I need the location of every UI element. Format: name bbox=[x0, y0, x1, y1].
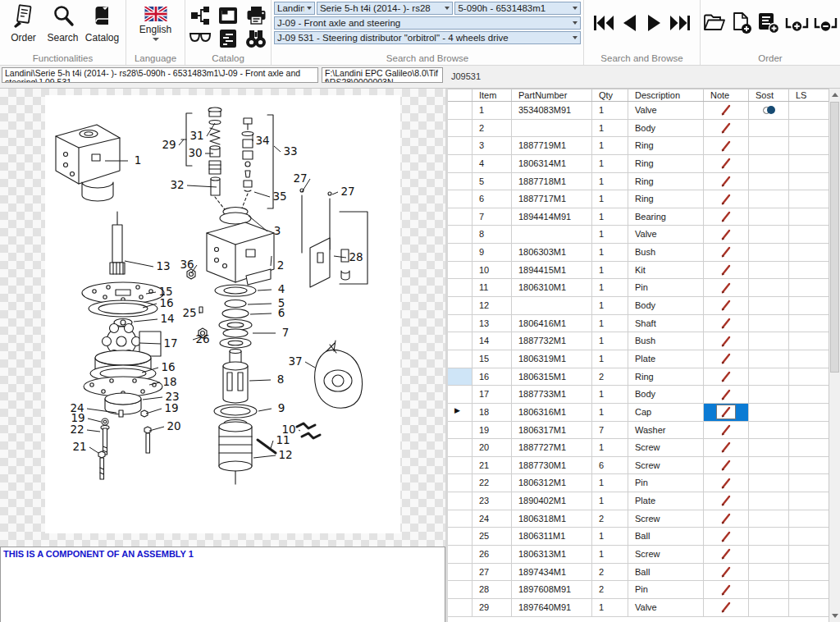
cell-qty[interactable]: 1 bbox=[592, 315, 628, 332]
cell-ls[interactable] bbox=[789, 457, 829, 474]
cell-item[interactable]: 29 bbox=[472, 599, 512, 616]
part-callout[interactable]: 14 bbox=[160, 312, 174, 325]
cell-note[interactable] bbox=[704, 404, 749, 421]
part-callout[interactable]: 25 bbox=[182, 306, 196, 319]
table-row[interactable]: 251806311M11Ball bbox=[448, 528, 840, 546]
cell-ls[interactable] bbox=[789, 404, 829, 421]
cell-description[interactable]: Ring bbox=[628, 173, 704, 190]
part-callout[interactable]: 3 bbox=[274, 224, 281, 237]
cell-ls[interactable] bbox=[789, 350, 829, 368]
cell-item[interactable]: 24 bbox=[472, 510, 512, 528]
cell-sost[interactable] bbox=[749, 350, 789, 368]
cell-note[interactable] bbox=[704, 173, 749, 190]
cell-ls[interactable] bbox=[789, 439, 829, 456]
row-selector[interactable] bbox=[448, 599, 472, 616]
cell-qty[interactable]: 6 bbox=[592, 457, 628, 474]
table-row[interactable]: 241806318M12Screw bbox=[448, 510, 840, 528]
cell-description[interactable]: Pin bbox=[628, 581, 704, 598]
cell-item[interactable]: 28 bbox=[472, 581, 512, 598]
cell-partnumber[interactable]: 1894414M91 bbox=[512, 208, 592, 226]
part-callout[interactable]: 11 bbox=[276, 433, 290, 446]
cell-partnumber[interactable]: 1887727M1 bbox=[512, 439, 592, 456]
cell-partnumber[interactable]: 1806317M1 bbox=[512, 422, 592, 439]
part-callout[interactable]: 7 bbox=[282, 326, 290, 339]
table-row[interactable]: 221806312M11Pin bbox=[448, 474, 840, 492]
cell-note[interactable] bbox=[704, 492, 749, 510]
part-callout[interactable]: 37 bbox=[288, 354, 302, 368]
cell-sost[interactable] bbox=[749, 422, 789, 439]
add-list-to-order-button[interactable] bbox=[757, 11, 780, 34]
cell-ls[interactable] bbox=[789, 226, 829, 243]
cell-item[interactable]: 6 bbox=[472, 190, 512, 208]
print-button[interactable] bbox=[245, 6, 267, 25]
cell-sost[interactable] bbox=[749, 492, 789, 510]
cell-ls[interactable] bbox=[789, 422, 829, 439]
cell-description[interactable]: Kit bbox=[628, 262, 704, 279]
selected-note-cell-box[interactable] bbox=[716, 405, 736, 419]
vertical-scrollbar[interactable] bbox=[829, 89, 840, 622]
cell-qty[interactable]: 1 bbox=[592, 102, 628, 119]
table-row[interactable]: 71894414M911Bearing bbox=[448, 208, 840, 226]
part-callout[interactable]: 2 bbox=[277, 258, 285, 272]
cell-description[interactable]: Bush bbox=[628, 332, 704, 350]
cell-sost[interactable] bbox=[749, 510, 789, 528]
cell-description[interactable]: Plate bbox=[628, 492, 704, 510]
cell-note[interactable] bbox=[704, 528, 749, 545]
cell-ls[interactable] bbox=[789, 137, 829, 154]
cell-description[interactable]: Pin bbox=[628, 279, 704, 296]
table-row[interactable]: 261806313M11Screw bbox=[448, 546, 840, 564]
table-dropdown[interactable]: J-09 531 - Steering distributor "orbitro… bbox=[274, 31, 581, 44]
cell-note[interactable] bbox=[704, 190, 749, 208]
find-in-catalog-button[interactable] bbox=[245, 29, 267, 48]
row-selector[interactable] bbox=[448, 422, 472, 439]
cell-ls[interactable] bbox=[789, 386, 829, 403]
row-selector[interactable] bbox=[448, 226, 472, 243]
cell-note[interactable] bbox=[704, 102, 749, 119]
cell-sost[interactable] bbox=[749, 474, 789, 492]
cell-qty[interactable]: 1 bbox=[592, 297, 628, 314]
cell-qty[interactable]: 1 bbox=[592, 528, 628, 545]
part-callout[interactable]: 16 bbox=[161, 360, 175, 373]
part-callout[interactable]: 20 bbox=[167, 419, 180, 432]
part-callout[interactable]: 22 bbox=[70, 423, 84, 436]
cell-description[interactable]: Washer bbox=[628, 422, 704, 439]
cell-item[interactable]: 10 bbox=[472, 262, 512, 279]
view-notes-button[interactable] bbox=[189, 29, 211, 48]
table-row[interactable]: 211887730M16Screw bbox=[448, 457, 840, 475]
cell-note[interactable] bbox=[704, 457, 749, 474]
cell-partnumber[interactable]: 1806303M1 bbox=[512, 244, 592, 261]
cell-partnumber[interactable]: 1806311M1 bbox=[512, 528, 592, 545]
cell-qty[interactable]: 1 bbox=[592, 599, 628, 616]
row-selector[interactable] bbox=[448, 102, 472, 119]
cell-note[interactable] bbox=[704, 315, 749, 332]
part-callout[interactable]: 13 bbox=[156, 259, 170, 272]
cell-ls[interactable] bbox=[789, 279, 829, 296]
cell-note[interactable] bbox=[704, 279, 749, 296]
scroll-up-button[interactable] bbox=[829, 89, 840, 101]
cell-partnumber[interactable] bbox=[512, 226, 592, 243]
cell-sost[interactable] bbox=[749, 528, 789, 545]
cell-partnumber[interactable]: 1806312M1 bbox=[512, 474, 592, 492]
cell-qty[interactable]: 1 bbox=[592, 190, 628, 208]
cell-description[interactable]: Screw bbox=[628, 439, 704, 456]
row-selector[interactable] bbox=[448, 244, 472, 261]
row-selector[interactable] bbox=[448, 492, 472, 510]
cell-sost[interactable] bbox=[749, 386, 789, 403]
cell-sost[interactable] bbox=[749, 102, 789, 119]
row-selector[interactable] bbox=[448, 368, 472, 386]
row-selector[interactable] bbox=[448, 297, 472, 314]
cell-ls[interactable] bbox=[789, 581, 829, 598]
part-callout[interactable]: 1 bbox=[135, 153, 142, 167]
cell-description[interactable]: Pin bbox=[628, 474, 704, 492]
part-callout[interactable]: 26 bbox=[195, 332, 209, 345]
cell-partnumber[interactable]: 1806315M1 bbox=[512, 368, 592, 386]
cell-note[interactable] bbox=[704, 120, 749, 137]
cell-note[interactable] bbox=[704, 297, 749, 314]
next-record-button[interactable] bbox=[646, 14, 662, 32]
row-selector[interactable] bbox=[448, 546, 472, 563]
cell-item[interactable]: 7 bbox=[472, 208, 512, 226]
cell-partnumber[interactable]: 1887732M1 bbox=[512, 332, 592, 350]
cell-sost[interactable] bbox=[749, 599, 789, 616]
cell-qty[interactable]: 1 bbox=[592, 332, 628, 350]
row-selector[interactable] bbox=[448, 208, 472, 226]
